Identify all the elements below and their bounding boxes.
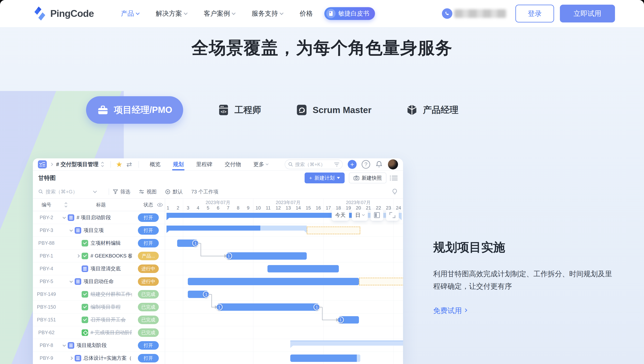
notifications-bell-icon[interactable] — [375, 160, 383, 168]
status-badge[interactable]: 打开 — [138, 354, 159, 362]
work-item-title: # GEEKBOOKS 极... — [90, 253, 132, 259]
create-button[interactable]: + — [348, 160, 356, 169]
hint-bulb-icon[interactable] — [392, 189, 398, 195]
status-badge[interactable]: 进行中 — [138, 277, 159, 286]
chevron-down-icon[interactable] — [70, 228, 73, 232]
status-badge[interactable]: 已完成 — [138, 290, 159, 299]
app-tab-0[interactable]: 概览 — [150, 158, 160, 170]
chevron-right-icon[interactable] — [76, 254, 80, 258]
timeline-day-label: 6 — [217, 205, 219, 211]
delay-range-box — [307, 227, 360, 234]
chevron-down-icon[interactable] — [70, 279, 73, 283]
split-view-button[interactable] — [370, 210, 383, 221]
table-row[interactable]: PBY-8项目规划阶段打开 — [33, 339, 165, 352]
table-row[interactable]: PBY-3项目立项打开 — [33, 224, 165, 237]
table-row[interactable]: PBY-1# GEEKBOOKS 极...产品... — [33, 250, 165, 262]
table-row[interactable]: PBY-62# 完成项目启动阶段...已完成 — [33, 326, 165, 339]
project-folder-icon[interactable] — [38, 160, 47, 168]
timeline-day-label: 17 — [326, 205, 331, 211]
gantt-row: 11 — [165, 301, 403, 313]
role-tab-3[interactable]: 产品经理 — [406, 104, 458, 116]
chevron-right-icon[interactable] — [70, 356, 73, 360]
timeline-day-label: 3 — [186, 205, 189, 211]
chevron-down-icon[interactable] — [63, 343, 66, 346]
gantt-bar[interactable] — [268, 265, 339, 272]
status-badge[interactable]: 已完成 — [138, 316, 159, 324]
status-badge[interactable]: 进行中 — [138, 264, 159, 273]
free-trial-link[interactable]: 免费试用 — [433, 306, 467, 316]
gantt-bar[interactable]: 1 — [339, 316, 359, 323]
col-header-status[interactable]: 状态 — [132, 202, 165, 208]
brand[interactable]: PingCode — [33, 6, 94, 21]
status-badge[interactable]: 打开 — [138, 341, 159, 350]
table-row[interactable]: PBY-4项目澄清交底进行中 — [33, 262, 165, 275]
table-row[interactable]: PBY-5项目启动任命进行中 — [33, 275, 165, 288]
table-row[interactable]: PBY-149组建交付群和工作台已完成 — [33, 288, 165, 301]
new-plan-button[interactable]: + 新建计划 — [304, 172, 345, 183]
status-badge[interactable]: 打开 — [138, 239, 159, 247]
gantt-search-input[interactable]: 搜索（⌘+G） — [38, 189, 96, 195]
today-button[interactable]: 今天 — [332, 210, 349, 221]
chevron-down-icon — [232, 11, 236, 15]
status-badge[interactable]: 产品... — [138, 252, 159, 260]
try-now-button[interactable]: 立即试用 — [560, 5, 615, 23]
view-settings-button[interactable]: 视图 — [139, 189, 157, 195]
table-row[interactable]: PBY-2# 项目启动阶段打开 — [33, 211, 165, 224]
app-tab-1[interactable]: 规划 — [173, 158, 184, 170]
timeline-day-label: 7 — [227, 205, 229, 211]
col-header-title[interactable]: 标题 — [60, 202, 132, 208]
work-item-id: PBY-88 — [33, 240, 60, 246]
filter-button[interactable]: 筛选 — [113, 189, 130, 195]
nav-item-1[interactable]: 解决方案 — [156, 9, 187, 18]
table-row[interactable]: PBY-151召开项目开工会已完成 — [33, 313, 165, 326]
global-search-input[interactable]: 搜索（⌘+K） — [285, 159, 343, 169]
sort-icon[interactable] — [65, 203, 67, 207]
role-tab-1[interactable]: </>工程师 — [218, 104, 261, 116]
snapshot-list-icon[interactable] — [392, 176, 398, 180]
table-row[interactable]: PBY-9总体设计=实施方案（...打开 — [33, 352, 165, 364]
role-tab-0[interactable]: 项目经理/PMO — [86, 96, 183, 124]
gantt-bar[interactable]: 1 — [177, 240, 198, 247]
breadcrumb[interactable]: # 交付型项目管理 — [56, 161, 98, 168]
scale-select[interactable]: 日 — [352, 210, 368, 221]
gantt-bar[interactable]: 11 — [218, 303, 319, 311]
gantt-bar[interactable]: 1 — [227, 252, 307, 260]
nav-item-2[interactable]: 客户案例 — [204, 9, 235, 18]
timeline-day-label: 1 — [167, 205, 169, 211]
help-icon[interactable]: ? — [362, 160, 370, 169]
swap-icon[interactable]: ⇄ — [126, 160, 132, 168]
project-switch-icon[interactable] — [102, 162, 104, 166]
fullscreen-button[interactable] — [386, 210, 399, 221]
user-avatar[interactable] — [388, 159, 398, 169]
delay-range-box — [359, 278, 403, 285]
table-row[interactable]: PBY-88立项材料编辑打开 — [33, 237, 165, 250]
gantt-bar[interactable] — [290, 354, 360, 362]
gantt-bar[interactable]: 1 — [188, 291, 208, 298]
gantt-bar[interactable] — [166, 226, 306, 231]
app-tab-4[interactable]: 更多 — [253, 158, 268, 170]
nav-item-0[interactable]: 产品 — [121, 9, 139, 18]
chevron-down-icon[interactable] — [63, 216, 66, 219]
new-snapshot-button[interactable]: 新建快照 — [349, 172, 386, 183]
nav-item-4[interactable]: 价格 — [300, 9, 313, 18]
nav-item-3[interactable]: 服务支持 — [252, 9, 283, 18]
whitepaper-badge[interactable]: 敏捷白皮书 — [324, 7, 375, 20]
default-view-button[interactable]: 默认 — [165, 189, 183, 195]
login-button[interactable]: 登录 — [516, 5, 554, 23]
status-badge[interactable]: 打开 — [138, 213, 159, 222]
favorite-star-icon[interactable]: ★ — [116, 161, 122, 168]
role-tab-2[interactable]: Scrum Master — [296, 104, 372, 116]
gantt-bar[interactable] — [290, 340, 403, 346]
status-badge[interactable]: 已完成 — [138, 328, 159, 337]
app-tab-3[interactable]: 交付物 — [225, 158, 241, 170]
status-badge[interactable]: 已完成 — [138, 303, 159, 311]
app-tab-2[interactable]: 里程碑 — [196, 158, 212, 170]
table-row[interactable]: PBY-150编制项目章程已完成 — [33, 301, 165, 313]
col-header-id[interactable]: 编号 — [33, 202, 60, 208]
divider — [110, 161, 111, 168]
list-type-icon — [68, 214, 74, 221]
gantt-bar[interactable] — [188, 278, 359, 285]
status-badge[interactable]: 打开 — [138, 226, 159, 235]
work-item-title: 召开项目开工会 — [90, 316, 126, 323]
chevron-down-icon — [136, 11, 140, 15]
